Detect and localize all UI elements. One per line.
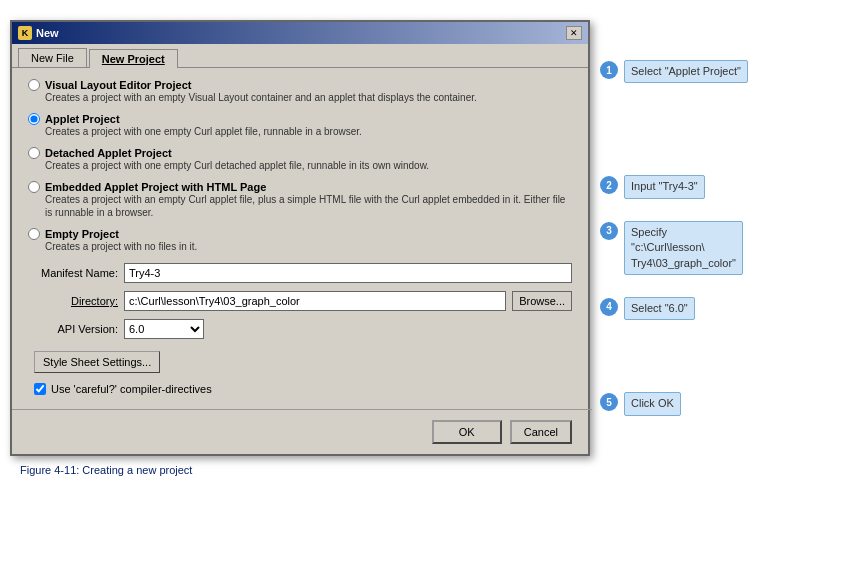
radio-empty-project-label: Empty Project <box>45 228 119 240</box>
radio-empty-project: Empty Project Creates a project with no … <box>28 227 572 253</box>
footer-separator <box>12 409 592 410</box>
dialog-footer: OK Cancel <box>12 414 588 454</box>
radio-applet-project-desc: Creates a project with one empty Curl ap… <box>45 125 572 138</box>
browse-button[interactable]: Browse... <box>512 291 572 311</box>
annotation-1-number: 1 <box>600 61 618 79</box>
careful-checkbox-label: Use 'careful?' compiler-directives <box>51 383 212 395</box>
annotation-4-text: Select "6.0" <box>624 297 695 320</box>
manifest-input[interactable] <box>124 263 572 283</box>
radio-embedded-applet: Embedded Applet Project with HTML Page C… <box>28 180 572 219</box>
style-sheet-row: Style Sheet Settings... <box>28 347 572 379</box>
cancel-button[interactable]: Cancel <box>510 420 572 444</box>
careful-checkbox[interactable] <box>34 383 46 395</box>
radio-applet-project: Applet Project Creates a project with on… <box>28 112 572 138</box>
dialog-window: K New ✕ New File New Project <box>10 20 590 456</box>
dialog-icon: K <box>18 26 32 40</box>
dialog-tabs: New File New Project <box>12 44 588 68</box>
dialog-body: Visual Layout Editor Project Creates a p… <box>12 68 588 409</box>
annotation-2: 2 Input "Try4-3" <box>600 175 748 198</box>
annotation-2-text: Input "Try4-3" <box>624 175 705 198</box>
radio-visual-layout-input[interactable] <box>28 79 40 91</box>
radio-visual-layout: Visual Layout Editor Project Creates a p… <box>28 78 572 104</box>
ok-button[interactable]: OK <box>432 420 502 444</box>
annotation-3-text: Specify"c:\Curl\lesson\Try4\03_graph_col… <box>624 221 743 275</box>
radio-visual-layout-desc: Creates a project with an empty Visual L… <box>45 91 572 104</box>
api-label: API Version: <box>28 323 118 335</box>
radio-empty-project-desc: Creates a project with no files in it. <box>45 240 572 253</box>
dialog-title: New <box>36 27 59 39</box>
directory-input[interactable] <box>124 291 506 311</box>
manifest-label: Manifest Name: <box>28 267 118 279</box>
annotation-4: 4 Select "6.0" <box>600 297 748 320</box>
radio-visual-layout-label: Visual Layout Editor Project <box>45 79 192 91</box>
checkbox-row: Use 'careful?' compiler-directives <box>34 383 572 395</box>
titlebar-left: K New <box>18 26 59 40</box>
directory-label: Directory: <box>28 295 118 307</box>
style-sheet-button[interactable]: Style Sheet Settings... <box>34 351 160 373</box>
annotation-4-number: 4 <box>600 298 618 316</box>
radio-applet-project-input[interactable] <box>28 113 40 125</box>
annotation-1: 1 Select "Applet Project" <box>600 60 748 83</box>
figure-caption: Figure 4-11: Creating a new project <box>10 464 192 476</box>
radio-detached-applet: Detached Applet Project Creates a projec… <box>28 146 572 172</box>
directory-row: Directory: Browse... <box>28 291 572 311</box>
radio-embedded-applet-desc: Creates a project with an empty Curl app… <box>45 193 572 219</box>
project-type-group: Visual Layout Editor Project Creates a p… <box>28 78 572 253</box>
annotation-5: 5 Click OK <box>600 392 748 415</box>
radio-embedded-applet-input[interactable] <box>28 181 40 193</box>
annotation-1-text: Select "Applet Project" <box>624 60 748 83</box>
page-wrapper: K New ✕ New File New Project <box>0 0 860 496</box>
api-version-select[interactable]: 6.0 7.0 8.0 <box>124 319 204 339</box>
radio-detached-applet-input[interactable] <box>28 147 40 159</box>
radio-detached-applet-label: Detached Applet Project <box>45 147 172 159</box>
annotation-3-number: 3 <box>600 222 618 240</box>
annotation-3: 3 Specify"c:\Curl\lesson\Try4\03_graph_c… <box>600 221 748 275</box>
annotation-5-text: Click OK <box>624 392 681 415</box>
tab-new-project[interactable]: New Project <box>89 49 178 68</box>
close-button[interactable]: ✕ <box>566 26 582 40</box>
annotation-5-number: 5 <box>600 393 618 411</box>
radio-detached-applet-desc: Creates a project with one empty Curl de… <box>45 159 572 172</box>
annotation-2-number: 2 <box>600 176 618 194</box>
content-row: K New ✕ New File New Project <box>10 20 748 456</box>
tab-new-file[interactable]: New File <box>18 48 87 67</box>
manifest-row: Manifest Name: <box>28 263 572 283</box>
api-row: API Version: 6.0 7.0 8.0 <box>28 319 572 339</box>
radio-embedded-applet-label: Embedded Applet Project with HTML Page <box>45 181 266 193</box>
annotations-panel: 1 Select "Applet Project" 2 Input "Try4-… <box>600 60 748 416</box>
radio-empty-project-input[interactable] <box>28 228 40 240</box>
dialog-titlebar: K New ✕ <box>12 22 588 44</box>
radio-applet-project-label: Applet Project <box>45 113 120 125</box>
